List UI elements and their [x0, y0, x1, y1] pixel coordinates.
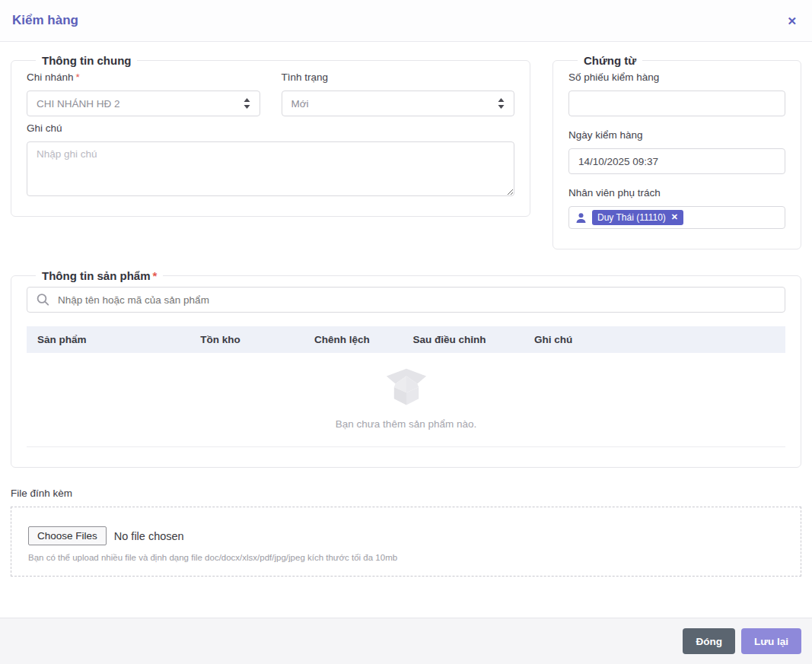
- voucher-code-input[interactable]: [568, 91, 785, 116]
- col-header-note: Ghi chú: [524, 326, 785, 353]
- required-asterisk: *: [153, 269, 158, 282]
- modal-body: Thông tin chung Chi nhánh* CHI NHÁNH HĐ …: [0, 42, 812, 618]
- chevron-updown-icon: [498, 98, 505, 109]
- empty-state-row: Bạn chưa thêm sản phẩm nào.: [27, 353, 785, 447]
- branch-select-value: CHI NHÁNH HĐ 2: [37, 98, 120, 110]
- status-label: Tình trạng: [282, 71, 515, 83]
- general-info-section: Thông tin chung Chi nhánh* CHI NHÁNH HĐ …: [11, 54, 530, 217]
- search-icon: [37, 294, 49, 307]
- no-file-chosen-text: No file chosen: [114, 530, 184, 542]
- branch-field-group: Chi nhánh* CHI NHÁNH HĐ 2: [27, 67, 260, 116]
- staff-label: Nhân viên phụ trách: [568, 187, 785, 199]
- close-icon[interactable]: ✕: [787, 15, 797, 27]
- modal-title: Kiểm hàng: [12, 13, 78, 28]
- status-select-value: Mới: [291, 98, 309, 110]
- user-icon: [575, 212, 587, 224]
- chevron-updown-icon: [244, 98, 250, 109]
- note-label: Ghi chú: [27, 122, 514, 134]
- staff-tag: Duy Thái (11110) ✕: [592, 210, 683, 225]
- voucher-code-label: Số phiếu kiểm hàng: [568, 71, 785, 83]
- close-button[interactable]: Đóng: [683, 628, 735, 654]
- attachment-hint: Bạn có thể upload nhiều file và định dạn…: [28, 553, 784, 562]
- status-select[interactable]: Mới: [282, 91, 515, 116]
- branch-label: Chi nhánh*: [27, 71, 260, 83]
- branch-select[interactable]: CHI NHÁNH HĐ 2: [27, 91, 260, 116]
- empty-state-text: Bạn chưa thêm sản phẩm nào.: [27, 418, 785, 430]
- staff-multiselect[interactable]: Duy Thái (11110) ✕: [568, 206, 785, 229]
- col-header-stock: Tồn kho: [189, 326, 304, 353]
- remove-tag-icon[interactable]: ✕: [671, 212, 678, 222]
- top-row: Thông tin chung Chi nhánh* CHI NHÁNH HĐ …: [11, 54, 801, 249]
- status-field-group: Tình trạng Mới: [282, 67, 515, 116]
- product-info-section: Thông tin sản phẩm* Sản phẩm Tồn kho Chê…: [11, 269, 801, 468]
- choose-files-button[interactable]: Choose Files: [28, 526, 107, 545]
- modal-header: Kiểm hàng ✕: [0, 0, 812, 42]
- col-header-product: Sản phẩm: [27, 326, 189, 353]
- note-field-group: Ghi chú: [27, 122, 514, 196]
- empty-box-icon: [379, 365, 434, 412]
- attachment-label: File đính kèm: [11, 488, 801, 499]
- note-textarea[interactable]: [27, 141, 514, 196]
- check-date-input[interactable]: [568, 148, 785, 174]
- required-asterisk: *: [76, 71, 80, 83]
- staff-tag-label: Duy Thái (11110): [597, 212, 666, 223]
- attachment-dropzone[interactable]: Choose Files No file chosen Bạn có thể u…: [11, 507, 801, 577]
- product-info-legend: Thông tin sản phẩm*: [36, 269, 163, 282]
- general-info-legend: Thông tin chung: [36, 54, 137, 67]
- modal-footer: Đóng Lưu lại: [0, 618, 812, 664]
- col-header-difference: Chênh lệch: [304, 326, 403, 353]
- document-legend: Chứng từ: [578, 54, 642, 67]
- col-header-after-adjust: Sau điều chỉnh: [403, 326, 524, 353]
- product-table: Sản phẩm Tồn kho Chênh lệch Sau điều chỉ…: [27, 326, 785, 447]
- product-table-header-row: Sản phẩm Tồn kho Chênh lệch Sau điều chỉ…: [27, 326, 785, 353]
- check-date-label: Ngày kiểm hàng: [568, 129, 785, 141]
- save-button[interactable]: Lưu lại: [741, 628, 801, 654]
- document-section: Chứng từ Số phiếu kiểm hàng Ngày kiểm hà…: [552, 54, 801, 249]
- product-search-input[interactable]: [27, 287, 785, 313]
